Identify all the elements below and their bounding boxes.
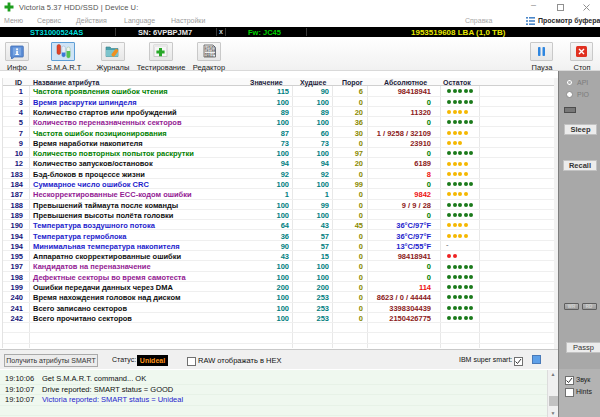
svg-text:10011: 10011 xyxy=(205,55,214,58)
